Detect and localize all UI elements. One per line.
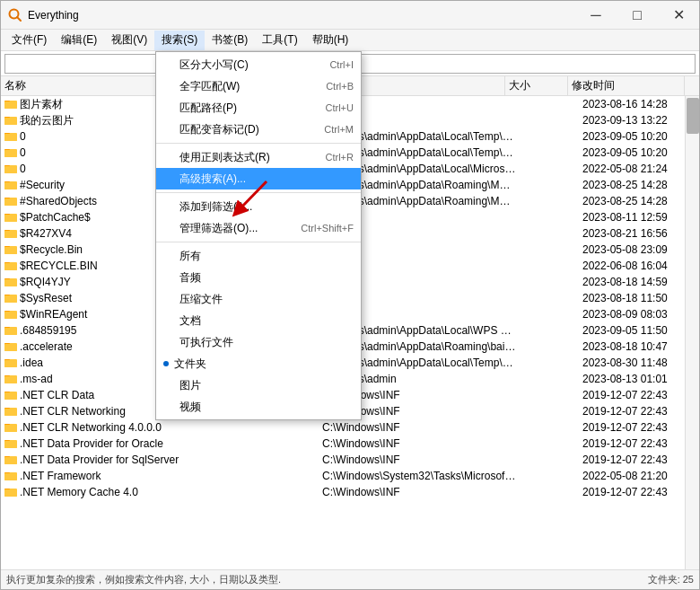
table-row[interactable]: .NET Data Provider for SqlServer C:\Wind… <box>1 452 699 468</box>
col-header-modified[interactable]: 修改时间 <box>568 76 685 95</box>
dropdown-item-video[interactable]: 视频 <box>156 396 361 418</box>
file-name-cell: .NET Memory Cache 4.0 <box>3 486 320 498</box>
file-name-text: 0 <box>20 130 26 143</box>
file-modified-cell: 2019-12-07 22:43 <box>581 421 697 434</box>
dropdown-item-label: 图片 <box>179 378 201 393</box>
svg-rect-22 <box>4 198 17 206</box>
file-name-text: 0 <box>20 146 26 159</box>
menu-search[interactable]: 搜索(S) <box>154 31 205 50</box>
dropdown-item-managefilter[interactable]: 管理筛选器(O)...Ctrl+Shift+F <box>156 217 361 239</box>
svg-rect-64 <box>4 425 17 432</box>
file-name-text: #SharedObjects <box>20 195 97 207</box>
status-count: 文件夹: 25 <box>648 573 694 586</box>
dropdown-item-label: 添加到筛选(I)... <box>179 199 252 215</box>
dropdown-item-left-all: 所有 <box>163 249 201 264</box>
menu-tools[interactable]: 工具(T) <box>255 31 304 50</box>
folder-icon <box>4 470 17 482</box>
dropdown-item-folder[interactable]: 文件夹 <box>156 353 361 374</box>
dropdown-item-audio[interactable]: 音频 <box>156 267 361 288</box>
dropdown-item-left-fullword: 全字匹配(W) <box>163 79 240 94</box>
folder-icon <box>4 373 17 385</box>
dropdown-item-case[interactable]: 区分大小写(C)Ctrl+I <box>156 54 361 75</box>
menu-view[interactable]: 视图(V) <box>104 31 154 50</box>
title-bar: Everything ─ □ ✕ <box>1 1 699 30</box>
dropdown-item-left-audio: 音频 <box>163 270 201 286</box>
file-modified-cell: 2022-05-08 21:20 <box>581 470 697 482</box>
dropdown-item-fullword[interactable]: 全字匹配(W)Ctrl+B <box>156 75 361 97</box>
col-header-size[interactable]: 大小 <box>505 76 568 95</box>
file-path-cell: C:\Windows\System32\Tasks\Microsoft\... <box>320 470 518 482</box>
scrollbar[interactable] <box>685 96 699 569</box>
file-modified-cell: 2023-08-13 01:01 <box>581 373 697 385</box>
table-row[interactable]: .NET Memory Cache 4.0 C:\Windows\INF 201… <box>1 484 699 500</box>
menu-bar: 文件(F) 编辑(E) 视图(V) 搜索(S) 书签(B) 工具(T) 帮助(H… <box>1 30 699 51</box>
dropdown-item-label: 视频 <box>179 400 201 415</box>
dropdown-item-image[interactable]: 图片 <box>156 374 361 396</box>
dropdown-item-exe[interactable]: 可执行文件 <box>156 331 361 353</box>
folder-icon <box>4 454 17 466</box>
dropdown-item-diacritics[interactable]: 匹配变音标记(D)Ctrl+M <box>156 119 361 140</box>
dropdown-item-label: 所有 <box>179 249 201 264</box>
title-bar-controls: ─ □ ✕ <box>575 1 699 30</box>
file-modified-cell: 2023-08-25 14:28 <box>581 179 697 191</box>
file-name-cell: .NET Data Provider for SqlServer <box>3 454 320 466</box>
minimize-button[interactable]: ─ <box>575 1 617 30</box>
app-icon <box>8 8 22 22</box>
svg-rect-37 <box>4 279 17 286</box>
file-name-text: $SysReset <box>20 292 72 304</box>
menu-edit[interactable]: 编辑(E) <box>54 31 104 50</box>
dropdown-item-all[interactable]: 所有 <box>156 245 361 267</box>
file-modified-cell: 2023-08-09 08:03 <box>581 308 697 321</box>
scrollbar-thumb[interactable] <box>687 98 699 134</box>
table-row[interactable]: .NET Framework C:\Windows\System32\Tasks… <box>1 468 699 484</box>
dropdown-item-addfilter[interactable]: 添加到筛选(I)... <box>156 196 361 217</box>
title-bar-left: Everything <box>8 8 79 22</box>
svg-rect-19 <box>4 182 17 189</box>
svg-rect-52 <box>4 360 17 367</box>
shortcut-label: Ctrl+M <box>324 124 354 135</box>
svg-rect-40 <box>4 295 17 303</box>
folder-icon <box>4 292 17 304</box>
folder-icon <box>4 405 17 418</box>
dropdown-item-regex[interactable]: 使用正则表达式(R)Ctrl+R <box>156 146 361 168</box>
file-modified-cell: 2022-05-08 21:24 <box>581 163 697 175</box>
maximize-button[interactable]: □ <box>617 1 658 30</box>
dropdown-item-left-folder: 文件夹 <box>163 357 206 372</box>
svg-rect-28 <box>4 231 17 238</box>
folder-icon <box>4 179 17 191</box>
file-name-text: .NET CLR Networking 4.0.0.0 <box>20 421 162 434</box>
dropdown-item-advanced[interactable]: 高级搜索(A)... <box>156 168 361 189</box>
folder-icon <box>4 243 17 256</box>
file-path-cell: C:\Windows\INF <box>320 437 518 450</box>
folder-icon <box>4 389 17 401</box>
menu-file[interactable]: 文件(F) <box>4 31 54 50</box>
table-row[interactable]: .NET CLR Networking 4.0.0.0 C:\Windows\I… <box>1 419 699 436</box>
file-name-text: .idea <box>20 357 43 369</box>
dropdown-item-docs[interactable]: 文档 <box>156 310 361 331</box>
file-name-text: $WinREAgent <box>20 308 87 321</box>
menu-bookmark[interactable]: 书签(B) <box>205 31 255 50</box>
dropdown-item-matchpath[interactable]: 匹配路径(P)Ctrl+U <box>156 97 361 119</box>
table-row[interactable]: .NET Data Provider for Oracle C:\Windows… <box>1 436 699 452</box>
file-name-text: .NET CLR Networking <box>20 405 126 418</box>
svg-rect-76 <box>4 489 17 497</box>
file-name-text: .NET Memory Cache 4.0 <box>20 486 138 498</box>
close-button[interactable]: ✕ <box>658 1 699 30</box>
dropdown-item-left-exe: 可执行文件 <box>163 335 233 350</box>
file-path-cell: C:\Windows\INF <box>320 421 518 434</box>
file-name-text: .ms-ad <box>20 373 53 385</box>
folder-icon <box>4 227 17 240</box>
file-modified-cell: 2023-08-18 10:47 <box>581 340 697 353</box>
menu-separator <box>156 242 361 242</box>
dropdown-item-compressed[interactable]: 压缩文件 <box>156 288 361 310</box>
svg-rect-67 <box>4 441 17 448</box>
file-name-text: #Security <box>20 179 65 191</box>
file-modified-cell: 2019-12-07 22:43 <box>581 454 697 466</box>
file-name-cell: .NET Data Provider for Oracle <box>3 437 320 450</box>
svg-rect-25 <box>4 215 17 222</box>
file-modified-cell: 2023-09-05 10:20 <box>581 130 697 143</box>
dropdown-item-left-addfilter: 添加到筛选(I)... <box>163 199 252 215</box>
dropdown-item-left-case: 区分大小写(C) <box>163 57 249 73</box>
svg-rect-49 <box>4 344 17 351</box>
menu-help[interactable]: 帮助(H) <box>305 31 356 50</box>
